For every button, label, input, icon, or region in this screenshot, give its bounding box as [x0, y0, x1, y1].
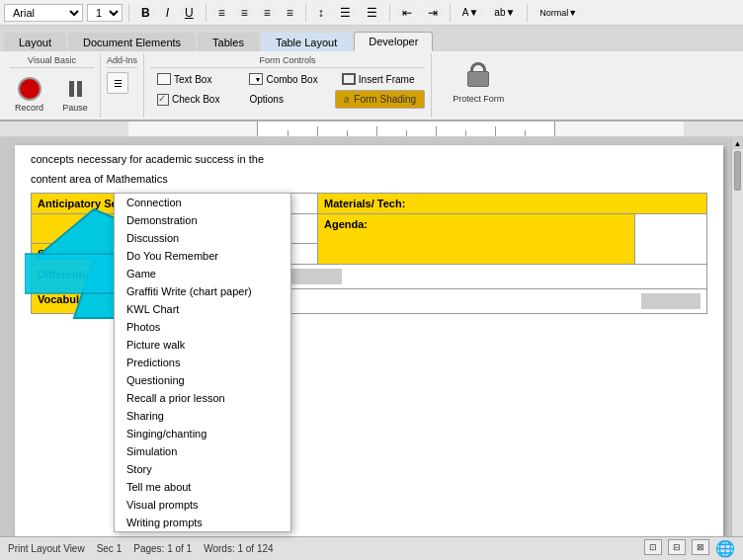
options-label: Options [249, 94, 283, 105]
ruler-right-margin [684, 121, 743, 136]
ruler-tick [436, 126, 437, 136]
tab-table-layout[interactable]: Table Layout [261, 33, 352, 51]
list-number-button[interactable]: ☰ [361, 4, 383, 22]
dropdown-item-kwl[interactable]: KWL Chart [115, 300, 290, 318]
dropdown-item-tell-me[interactable]: Tell me about [115, 478, 290, 496]
add-ins-section: Add-Ins ☰ [101, 53, 144, 118]
increase-indent-button[interactable]: ⇥ [422, 4, 444, 22]
scroll-thumb[interactable] [734, 151, 741, 191]
pause-button[interactable]: Pause [56, 72, 94, 116]
dropdown-item-story[interactable]: Story [115, 460, 290, 478]
visual-basic-section: Visual Basic Record Pause [4, 53, 101, 118]
text-color-button[interactable]: A▼ [456, 5, 485, 20]
ruler-tick [347, 130, 348, 136]
ruler-inner [257, 121, 555, 136]
dropdown-item-simulation[interactable]: Simulation [115, 442, 290, 460]
page-label: Pages: 1 of 1 [133, 543, 192, 554]
dropdown-item-questioning[interactable]: Questioning [115, 371, 290, 389]
form-controls-grid: Text Box ▼ Combo Box Insert Frame Check … [150, 70, 425, 109]
left-sidebar [0, 137, 15, 549]
ruler [0, 121, 743, 137]
dropdown-item-predictions[interactable]: Predictions [115, 354, 290, 371]
dropdown-item-connection[interactable]: Connection [115, 194, 290, 211]
form-controls-label: Form Controls [150, 55, 425, 68]
diff-box-3 [283, 269, 342, 284]
agenda-label: Agenda: [324, 218, 368, 230]
tab-layout[interactable]: Layout [4, 33, 66, 51]
protect-form-button[interactable]: Protect Form [444, 57, 513, 109]
insert-frame-button[interactable]: Insert Frame [335, 70, 425, 88]
align-left-button[interactable]: ≡ [212, 4, 231, 22]
form-shading-icon: a [344, 94, 350, 105]
scroll-up-button[interactable]: ▲ [732, 137, 743, 149]
combo-box-button[interactable]: ▼ Combo Box [242, 70, 332, 88]
dropdown-item-game[interactable]: Game [115, 265, 290, 282]
underline-button[interactable]: U [179, 4, 200, 22]
text-box-button[interactable]: Text Box [150, 70, 240, 88]
globe-icon[interactable]: 🌐 [715, 539, 735, 558]
dropdown-item-demonstration[interactable]: Demonstration [115, 211, 290, 229]
ruler-tick [495, 126, 496, 136]
styles-button[interactable]: Normal▼ [534, 6, 583, 20]
status-icon-2[interactable]: ⊟ [668, 539, 686, 555]
lock-body [467, 71, 489, 87]
add-ins-icon[interactable]: ☰ [107, 72, 128, 94]
dropdown-item-visual-prompts[interactable]: Visual prompts [115, 496, 290, 514]
insert-frame-icon [342, 73, 356, 85]
check-box-label: Check Box [172, 94, 219, 105]
ruler-tick [525, 130, 526, 136]
justify-button[interactable]: ≡ [281, 4, 299, 22]
decrease-indent-button[interactable]: ⇤ [396, 4, 418, 22]
protect-form-label: Protect Form [453, 94, 504, 104]
dropdown-item-recall[interactable]: Recall a prior lesson [115, 389, 290, 407]
combo-box-icon: ▼ [249, 73, 263, 85]
form-shading-button[interactable]: a Form Shading [335, 90, 425, 109]
ruler-tick [317, 126, 318, 136]
dropdown-item-graffiti[interactable]: Graffiti Write (chart paper) [115, 282, 290, 300]
text-box-label: Text Box [174, 74, 211, 85]
tab-tables[interactable]: Tables [198, 33, 259, 51]
check-box-button[interactable]: Check Box [150, 90, 240, 109]
dropdown-item-writing-prompts[interactable]: Writing prompts [115, 514, 290, 531]
font-name-select[interactable]: Arial [4, 4, 83, 22]
scroll-track [732, 193, 743, 537]
status-bar: Print Layout View Sec 1 Pages: 1 of 1 Wo… [0, 536, 743, 560]
line-spacing-button[interactable]: ↕ [312, 4, 330, 22]
tab-document-elements[interactable]: Document Elements [68, 33, 196, 51]
vocabulary-label: Vocabulary: [38, 293, 99, 305]
materials-tech-label: Materials/ Tech: [324, 198, 405, 209]
anticipatory-set-label: Anticipatory Set: [38, 198, 124, 209]
italic-button[interactable]: I [160, 4, 175, 22]
differentiation-label: Differentiation: [38, 269, 115, 280]
view-label: Print Layout View [8, 543, 85, 554]
tab-developer[interactable]: Developer [354, 32, 433, 51]
list-bullet-button[interactable]: ☰ [334, 4, 357, 22]
intro-text-1: concepts necessary for academic success … [31, 153, 707, 165]
font-size-select[interactable]: 12 [87, 4, 123, 22]
dropdown-item-discussion[interactable]: Discussion [115, 229, 290, 247]
dropdown-item-singing[interactable]: Singing/chanting [115, 425, 290, 442]
add-ins-label: Add-Ins [107, 55, 137, 68]
bold-button[interactable]: B [135, 4, 156, 22]
options-button[interactable]: Options [242, 90, 332, 109]
vertical-scrollbar[interactable]: ▲ ▼ [731, 137, 743, 549]
text-box-icon [157, 73, 171, 85]
record-button[interactable]: Record [10, 72, 48, 116]
lock-icon [464, 62, 492, 92]
status-icons: ⊡ ⊟ ⊠ 🌐 [644, 539, 735, 558]
skills-label: Skills: [38, 248, 69, 260]
ruler-tick [288, 130, 289, 136]
align-center-button[interactable]: ≡ [235, 4, 254, 22]
highlight-button[interactable]: ab▼ [488, 5, 521, 20]
ruler-left-margin [0, 121, 128, 136]
dropdown-item-photos[interactable]: Photos [115, 318, 290, 336]
status-icon-3[interactable]: ⊠ [692, 539, 709, 555]
status-icon-1[interactable]: ⊡ [644, 539, 662, 555]
dropdown-item-sharing[interactable]: Sharing [115, 407, 290, 425]
dropdown-item-picture-walk[interactable]: Picture walk [115, 336, 290, 354]
check-box-icon [157, 94, 169, 106]
main-area: concepts necessary for academic success … [0, 137, 743, 549]
dropdown-item-do-you-remember[interactable]: Do You Remember [115, 247, 290, 265]
align-right-button[interactable]: ≡ [258, 4, 277, 22]
pause-icon [61, 75, 89, 103]
